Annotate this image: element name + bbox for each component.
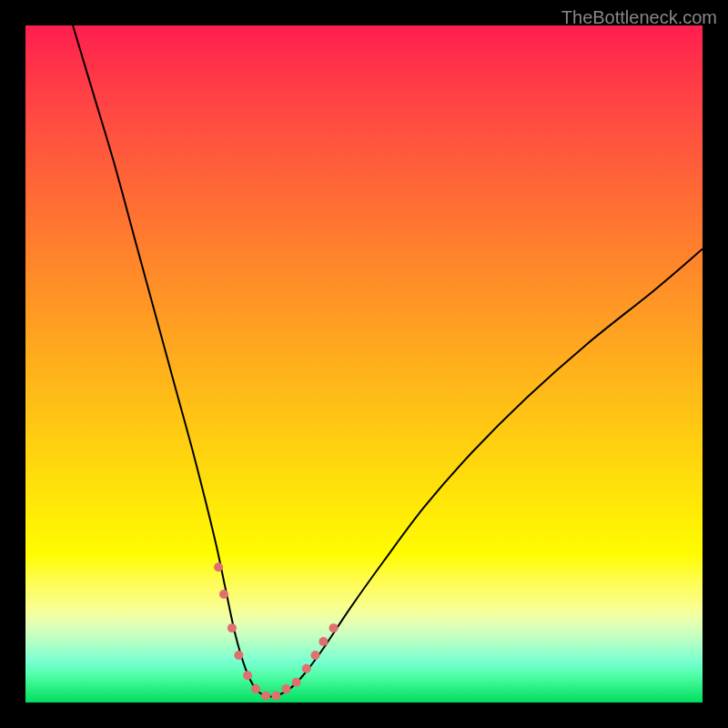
scatter-point xyxy=(281,684,290,693)
chart-area xyxy=(25,25,703,703)
scatter-point xyxy=(243,671,252,680)
scatter-point xyxy=(271,692,280,701)
scatter-point xyxy=(251,684,260,693)
scatter-point xyxy=(329,623,339,632)
scatter-point xyxy=(228,623,237,632)
scatter-point xyxy=(214,562,223,571)
scatter-points xyxy=(214,562,338,700)
watermark-text: TheBottleneck.com xyxy=(561,7,717,28)
scatter-point xyxy=(234,651,243,660)
scatter-point xyxy=(219,590,228,599)
scatter-point xyxy=(292,678,301,687)
scatter-point xyxy=(310,651,319,660)
scatter-point xyxy=(261,692,270,701)
scatter-point xyxy=(318,637,328,646)
scatter-layer xyxy=(25,25,703,703)
scatter-point xyxy=(302,664,311,673)
